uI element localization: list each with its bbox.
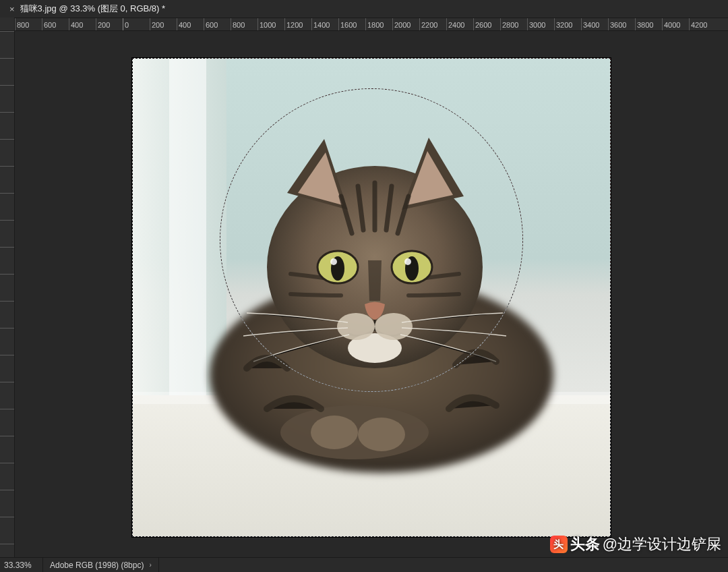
ruler-tick: 1200	[284, 18, 311, 30]
ruler-tick	[0, 436, 14, 463]
ruler-tick: 600	[42, 18, 69, 30]
canvas-area[interactable]	[15, 31, 728, 557]
ruler-tick: 2800	[500, 18, 527, 30]
ruler-tick: 600	[204, 18, 231, 30]
ruler-tick: 4200	[689, 18, 716, 30]
document-canvas[interactable]	[132, 58, 611, 537]
svg-point-20	[404, 258, 411, 265]
ruler-tick	[0, 463, 14, 490]
svg-rect-2	[169, 58, 206, 422]
watermark-logo-icon: 头	[550, 536, 568, 553]
status-bar: 33.33% Adobe RGB (1998) (8bpc) ›	[0, 557, 728, 572]
ruler-tick: 1400	[311, 18, 338, 30]
ruler-tick	[0, 544, 14, 557]
chevron-right-icon: ›	[149, 558, 151, 573]
watermark-brand: 头条	[570, 534, 600, 554]
ruler-tick	[0, 166, 14, 193]
ruler-tick: 2000	[392, 18, 419, 30]
ruler-tick: 800	[15, 18, 42, 30]
document-tab-title: 猫咪3.jpg @ 33.3% (图层 0, RGB/8) *	[20, 3, 166, 15]
status-color-profile-label: Adobe RGB (1998) (8bpc)	[50, 558, 144, 573]
ruler-tick: 2600	[473, 18, 500, 30]
ruler-tick: 3800	[635, 18, 662, 30]
watermark-handle: @边学设计边铲屎	[603, 534, 721, 554]
svg-point-19	[330, 258, 337, 265]
vertical-ruler[interactable]	[0, 31, 15, 557]
ruler-tick	[0, 31, 14, 58]
watermark: 头 头条 @边学设计边铲屎	[550, 534, 721, 554]
ruler-tick: 2400	[446, 18, 473, 30]
ruler-tick: 3600	[608, 18, 635, 30]
ruler-tick	[0, 355, 14, 382]
document-image	[132, 58, 611, 537]
ruler-origin-box[interactable]	[0, 18, 15, 31]
close-tab-icon[interactable]: ×	[8, 4, 16, 14]
ruler-tick: 400	[177, 18, 204, 30]
ruler-tick	[0, 517, 14, 544]
ruler-tick: 400	[69, 18, 96, 30]
ruler-tick: 3200	[554, 18, 581, 30]
ruler-tick	[0, 382, 14, 409]
ruler-tick: 800	[231, 18, 257, 30]
ruler-tick	[0, 328, 14, 355]
svg-point-8	[358, 418, 405, 451]
ruler-tick	[0, 85, 14, 112]
ruler-tick	[0, 301, 14, 328]
document-tab-bar: × 猫咪3.jpg @ 33.3% (图层 0, RGB/8) *	[0, 0, 728, 18]
svg-point-7	[311, 416, 358, 449]
ruler-tick	[0, 274, 14, 301]
ruler-tick: 4000	[662, 18, 689, 30]
ruler-tick	[0, 112, 14, 139]
ruler-tick	[0, 58, 14, 85]
ruler-tick: 3400	[581, 18, 608, 30]
ruler-tick: 2200	[419, 18, 446, 30]
document-tab[interactable]: × 猫咪3.jpg @ 33.3% (图层 0, RGB/8) *	[4, 1, 169, 17]
ruler-tick	[0, 139, 14, 166]
ruler-tick	[0, 193, 14, 220]
ruler-tick: 1600	[338, 18, 365, 30]
ruler-tick: 200	[96, 18, 123, 30]
ruler-tick	[0, 220, 14, 247]
status-color-profile[interactable]: Adobe RGB (1998) (8bpc) ›	[43, 558, 159, 572]
ruler-tick	[0, 490, 14, 517]
ruler-tick: 0	[123, 18, 150, 30]
ruler-tick: 1000	[257, 18, 284, 30]
ruler-tick: 200	[150, 18, 177, 30]
ruler-tick	[0, 409, 14, 436]
ruler-tick	[0, 247, 14, 274]
ruler-tick: 3000	[527, 18, 554, 30]
horizontal-ruler[interactable]: 8006004002000200400600800100012001400160…	[15, 18, 728, 31]
status-zoom-field[interactable]: 33.33%	[0, 558, 43, 572]
ruler-tick: 1800	[365, 18, 392, 30]
